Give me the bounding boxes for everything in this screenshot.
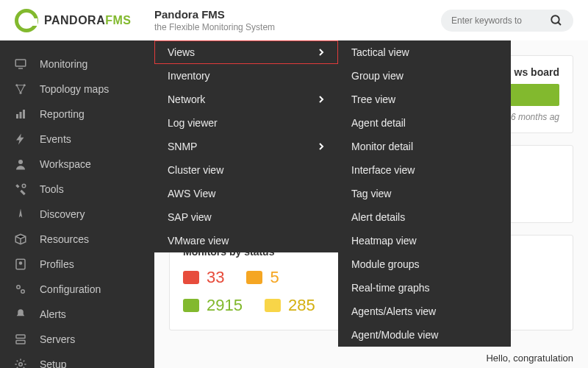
menu-item-agent-detail[interactable]: Agent detail — [338, 111, 511, 135]
menu-item-label: Network — [168, 93, 205, 105]
sidebar-item-configuration[interactable]: Configuration — [0, 277, 154, 302]
menu-item-label: VMware view — [168, 235, 229, 247]
svg-rect-2 — [15, 60, 26, 66]
monitor-warning: 5 — [246, 268, 279, 287]
menu-item-sap-view[interactable]: SAP view — [154, 205, 338, 229]
monitor-ok: 2915 — [183, 296, 243, 315]
menu-item-label: SAP view — [168, 211, 212, 223]
sidebar-item-label: Events — [40, 133, 71, 145]
menu-item-group-view[interactable]: Group view — [338, 64, 511, 88]
sidebar-item-setup[interactable]: Setup — [0, 352, 154, 368]
svg-point-15 — [21, 290, 25, 294]
submenu-monitoring: ViewsInventoryNetworkLog viewerSNMPClust… — [154, 40, 338, 252]
logo-text: PANDORAFMS — [44, 14, 131, 27]
svg-point-18 — [19, 363, 23, 367]
sidebar-item-workspace[interactable]: Workspace — [0, 152, 154, 177]
menu-item-agent-module-view[interactable]: Agent/Module view — [338, 323, 511, 347]
menu-item-label: Module groups — [351, 258, 420, 270]
status-badge-yellow — [265, 299, 281, 312]
sidebar-item-label: Resources — [40, 233, 89, 245]
svg-point-13 — [19, 261, 23, 265]
menu-item-interface-view[interactable]: Interface view — [338, 158, 511, 182]
menu-item-monitor-detail[interactable]: Monitor detail — [338, 135, 511, 158]
bell-icon — [13, 307, 28, 322]
sidebar-item-label: Monitoring — [40, 58, 87, 70]
sidebar-item-label: Workspace — [40, 158, 91, 170]
menu-item-label: Agent/Module view — [351, 329, 438, 341]
menu-item-vmware-view[interactable]: VMware view — [154, 229, 338, 252]
menu-item-module-groups[interactable]: Module groups — [338, 252, 511, 276]
monitor-critical: 33 — [183, 268, 224, 287]
menu-item-label: Tree view — [351, 93, 395, 105]
box-icon — [13, 232, 28, 247]
sidebar-item-servers[interactable]: Servers — [0, 327, 154, 352]
sidebar-item-label: Discovery — [40, 208, 85, 220]
menu-item-log-viewer[interactable]: Log viewer — [154, 111, 338, 135]
sidebar-item-monitoring[interactable]: Monitoring — [0, 52, 154, 77]
svg-line-1 — [558, 22, 561, 25]
sidebar-item-profiles[interactable]: Profiles — [0, 252, 154, 277]
sidebar-item-discovery[interactable]: Discovery — [0, 202, 154, 227]
bolt-icon — [13, 132, 28, 146]
svg-point-10 — [18, 160, 23, 164]
svg-point-0 — [551, 15, 559, 24]
menu-item-inventory[interactable]: Inventory — [154, 64, 338, 88]
menu-item-label: Inventory — [168, 70, 210, 82]
menu-item-label: Heatmap view — [351, 235, 417, 247]
menu-item-snmp[interactable]: SNMP — [154, 135, 338, 158]
gears-icon — [13, 282, 28, 297]
server-icon — [13, 332, 28, 347]
menu-item-label: Tactical view — [351, 46, 409, 58]
status-badge-orange — [246, 271, 262, 284]
menu-item-label: Tag view — [351, 188, 391, 199]
logo[interactable]: PANDORAFMS — [15, 9, 154, 32]
search-box[interactable] — [441, 10, 573, 32]
sidebar-item-label: Profiles — [40, 258, 74, 270]
cog-icon — [13, 357, 28, 368]
chevron-right-icon — [318, 96, 325, 103]
chevron-right-icon — [318, 143, 325, 150]
monitor-unknown: 285 — [265, 296, 315, 315]
svg-rect-17 — [16, 341, 25, 344]
sidebar-item-reporting[interactable]: Reporting — [0, 102, 154, 127]
chart-icon — [13, 107, 28, 121]
menu-item-aws-view[interactable]: AWS View — [154, 182, 338, 205]
menu-item-tree-view[interactable]: Tree view — [338, 88, 511, 111]
menu-item-tag-view[interactable]: Tag view — [338, 182, 511, 205]
sidebar-item-label: Servers — [40, 333, 75, 345]
submenu-views: Tactical viewGroup viewTree viewAgent de… — [338, 40, 511, 347]
sidebar-item-label: Reporting — [40, 108, 85, 120]
menu-item-label: Agent detail — [351, 117, 406, 129]
status-badge-green — [183, 299, 199, 312]
menu-item-label: AWS View — [168, 188, 215, 199]
menu-item-label: Real-time graphs — [351, 282, 430, 294]
title-block: Pandora FMS the Flexible Monitoring Syst… — [154, 8, 441, 32]
user-icon — [13, 157, 28, 171]
menu-item-network[interactable]: Network — [154, 88, 338, 111]
sidebar-item-label: Alerts — [40, 308, 66, 320]
sidebar-item-label: Topology maps — [40, 83, 109, 95]
sidebar-item-alerts[interactable]: Alerts — [0, 302, 154, 327]
sidebar-item-resources[interactable]: Resources — [0, 227, 154, 252]
menu-item-tactical-view[interactable]: Tactical view — [338, 40, 511, 64]
menu-item-cluster-view[interactable]: Cluster view — [154, 158, 338, 182]
menu-item-heatmap-view[interactable]: Heatmap view — [338, 229, 511, 252]
menu-item-label: Cluster view — [168, 164, 223, 176]
hello-text: Hello, congratulation — [169, 353, 573, 364]
page-title: Pandora FMS — [154, 8, 441, 21]
svg-rect-16 — [16, 335, 25, 339]
menu-item-agents-alerts-view[interactable]: Agents/Alerts view — [338, 300, 511, 323]
sidebar-item-tools[interactable]: Tools — [0, 177, 154, 202]
menu-item-label: Monitor detail — [351, 141, 413, 152]
header: PANDORAFMS Pandora FMS the Flexible Moni… — [0, 0, 588, 40]
sidebar-item-events[interactable]: Events — [0, 127, 154, 152]
menu-item-views[interactable]: Views — [154, 40, 338, 64]
menu-item-label: Alert details — [351, 211, 405, 223]
sidebar-item-topology-maps[interactable]: Topology maps — [0, 77, 154, 102]
menu-item-alert-details[interactable]: Alert details — [338, 205, 511, 229]
status-badge-red — [183, 271, 199, 284]
page-subtitle: the Flexible Monitoring System — [154, 22, 441, 32]
search-input[interactable] — [451, 15, 545, 26]
screen-icon — [13, 57, 28, 71]
menu-item-real-time-graphs[interactable]: Real-time graphs — [338, 276, 511, 300]
